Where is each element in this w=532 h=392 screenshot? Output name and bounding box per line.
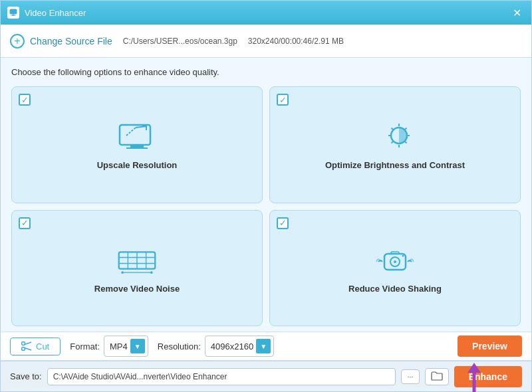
add-circle-icon: +: [10, 34, 25, 49]
options-grid: ✓ Upscale Resolution ✓: [11, 86, 521, 326]
resolution-dropdown[interactable]: 4096x2160 ▼: [205, 336, 274, 357]
checkbox-noise[interactable]: ✓: [19, 217, 31, 229]
resolution-label: Resolution:: [158, 342, 201, 351]
option-noise: ✓ Remove Video Noise: [11, 210, 263, 327]
svg-line-7: [136, 126, 146, 128]
format-group: Format: MP4 ▼: [70, 336, 148, 357]
noise-label: Remove Video Noise: [94, 284, 180, 294]
svg-line-13: [405, 128, 407, 130]
shaking-label: Reduce Video Shaking: [348, 284, 442, 294]
option-upscale: ✓ Upscale Resolution: [11, 86, 263, 203]
resolution-dropdown-arrow: ▼: [256, 339, 271, 353]
app-icon: [7, 7, 19, 19]
folder-icon: [431, 371, 443, 381]
svg-rect-29: [391, 252, 399, 254]
svg-line-34: [25, 348, 31, 351]
browse-folder-button[interactable]: [425, 368, 449, 385]
checkmark-noise: ✓: [21, 219, 29, 227]
svg-line-6: [126, 128, 136, 136]
source-bar: + Change Source File C:/Users/USER...eos…: [1, 25, 531, 58]
subtitle-text: Choose the following options to enhance …: [11, 67, 521, 77]
format-label: Format:: [70, 342, 100, 351]
title-bar: Video Enhancer ✕: [1, 1, 531, 25]
close-button[interactable]: ✕: [509, 5, 525, 21]
resolution-value: 4096x2160: [211, 342, 253, 351]
svg-point-31: [22, 342, 25, 345]
svg-rect-2: [11, 16, 16, 17]
svg-rect-0: [10, 9, 17, 14]
svg-point-28: [394, 260, 396, 263]
video-enhancer-window: Video Enhancer ✕ + Change Source File C:…: [0, 0, 532, 392]
svg-line-33: [25, 342, 31, 345]
format-value: MP4: [110, 342, 128, 351]
svg-line-14: [392, 142, 394, 144]
scissors-icon: [21, 342, 32, 351]
format-dropdown[interactable]: MP4 ▼: [104, 336, 148, 357]
upscale-icon: [117, 120, 157, 153]
cut-label: Cut: [36, 342, 49, 351]
preview-button[interactable]: Preview: [458, 336, 522, 357]
browse-dots-button[interactable]: ···: [401, 369, 419, 384]
change-source-button[interactable]: + Change Source File: [10, 34, 112, 49]
option-shaking: ✓ Reduce Video Shaking: [269, 210, 521, 327]
option-brightness: ✓ Optimize Br: [269, 86, 521, 203]
checkbox-brightness[interactable]: ✓: [277, 94, 289, 106]
svg-rect-5: [126, 147, 148, 149]
window-title: Video Enhancer: [25, 8, 86, 18]
main-content: Choose the following options to enhance …: [1, 58, 531, 332]
source-label: Change Source File: [30, 36, 112, 47]
svg-rect-1: [12, 15, 15, 16]
upscale-label: Upscale Resolution: [97, 160, 178, 170]
save-to-label: Save to:: [10, 371, 42, 381]
svg-line-15: [405, 142, 407, 144]
source-file-path: C:/Users/USER...eos/ocean.3gp: [123, 37, 237, 46]
toolbar-bar: Cut Format: MP4 ▼ Resolution: 4096x2160 …: [1, 332, 531, 361]
svg-point-24: [150, 271, 153, 274]
svg-rect-4: [130, 146, 144, 147]
brightness-icon: [375, 120, 415, 153]
svg-point-23: [121, 271, 124, 274]
cut-button[interactable]: Cut: [10, 338, 61, 355]
brightness-label: Optimize Brightness and Contrast: [325, 160, 465, 170]
svg-point-32: [22, 347, 25, 351]
source-file-info: 320x240/00:00:46/2.91 MB: [248, 37, 344, 46]
svg-point-30: [402, 254, 404, 256]
enhance-button[interactable]: Enhance: [454, 366, 522, 387]
resolution-group: Resolution: 4096x2160 ▼: [158, 336, 274, 357]
checkbox-shaking[interactable]: ✓: [277, 217, 289, 229]
checkbox-upscale[interactable]: ✓: [19, 94, 31, 106]
checkmark-shaking: ✓: [279, 219, 287, 227]
noise-icon: [117, 244, 157, 277]
shaking-icon: [375, 244, 415, 277]
preview-enhance-container: Preview: [458, 336, 522, 357]
title-bar-left: Video Enhancer: [7, 7, 86, 19]
checkmark-upscale: ✓: [21, 96, 29, 104]
save-path-display: C:\AVAide Studio\AVAid...nverter\Video E…: [47, 368, 396, 385]
bottom-bar: Save to: C:\AVAide Studio\AVAid...nverte…: [1, 361, 531, 391]
svg-line-16: [392, 128, 394, 130]
format-dropdown-arrow: ▼: [130, 339, 145, 353]
checkmark-brightness: ✓: [279, 96, 287, 104]
